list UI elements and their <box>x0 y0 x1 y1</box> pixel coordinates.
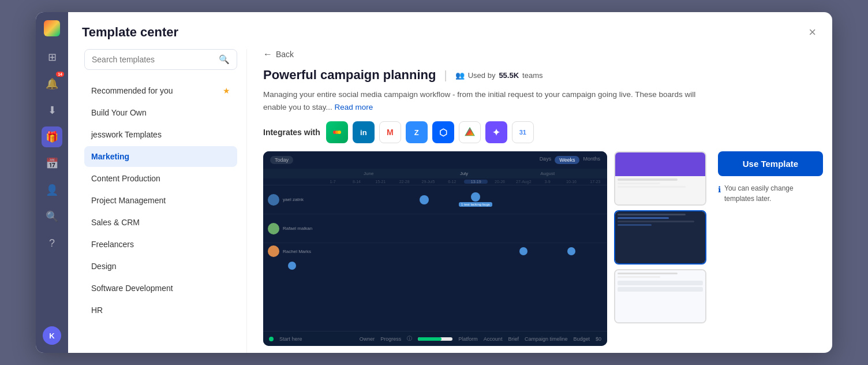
main-area: ← Back Powerful campaign planning | 👥 Us… <box>247 49 832 353</box>
sidebar-item-project[interactable]: Project Management <box>84 190 237 211</box>
back-label: Back <box>276 50 294 59</box>
nav-download-icon[interactable]: ⬇ <box>42 100 62 121</box>
outer-wrapper: ⊞ 🔔 14 ⬇ 🎁 📅 👤 🔍 ? K Template center × <box>0 0 868 365</box>
col-brief: Brief <box>508 336 519 342</box>
app-sidebar: ⊞ 🔔 14 ⬇ 🎁 📅 👤 🔍 ? K <box>36 12 68 353</box>
usage-text: Used by <box>468 71 496 80</box>
sidebar-item-label: Build Your Own <box>91 108 147 117</box>
integration-gmail: M <box>379 121 401 143</box>
gantt-weeks-label: Weeks <box>555 156 579 164</box>
use-template-button[interactable]: Use Template <box>718 151 823 176</box>
name-rachel: Rachel Marks <box>283 249 311 254</box>
name-yael: yael zatnk <box>283 197 304 202</box>
sidebar-item-freelancers[interactable]: Freelancers <box>84 234 237 255</box>
thumbnail-1[interactable] <box>614 151 706 206</box>
preview-section: Today Days Weeks Months name June <box>263 151 823 346</box>
sidebar-item-hr[interactable]: HR <box>84 300 237 321</box>
avatar-rafael <box>268 223 279 234</box>
sidebar-item-label: Recommended for you <box>91 86 173 95</box>
nav-person-icon[interactable]: 👤 <box>42 180 62 200</box>
nav-search-icon[interactable]: 🔍 <box>42 206 62 227</box>
title-divider: | <box>444 69 447 82</box>
sidebar-item-sales[interactable]: Sales & CRM <box>84 212 237 233</box>
star-icon: ★ <box>223 86 230 95</box>
col-platform: Platform <box>458 336 478 342</box>
svg-point-2 <box>338 131 341 134</box>
usage-icon: 👥 <box>455 71 465 80</box>
search-input[interactable] <box>92 55 219 64</box>
sidebar-item-jesswork[interactable]: jesswork Templates <box>84 124 237 145</box>
integrates-row: Integrates with in M Z ⬡ <box>263 121 823 143</box>
read-more-link[interactable]: Read more <box>335 103 373 111</box>
sidebar-item-design[interactable]: Design <box>84 256 237 277</box>
gantt-today-pill: Today <box>270 156 293 164</box>
col-timeline: Campaign timeline <box>525 336 568 342</box>
col-info: ⓘ <box>407 335 412 342</box>
integration-zoom: Z <box>406 121 428 143</box>
sidebar-item-label: jesswork Templates <box>91 130 162 139</box>
thumbnail-3[interactable] <box>614 269 706 323</box>
col-budget-value: $0 <box>596 336 601 342</box>
col-owner: Owner <box>360 336 375 342</box>
col-account: Account <box>484 336 503 342</box>
svg-marker-4 <box>466 128 474 136</box>
integration-custom: ✦ <box>485 121 507 143</box>
col-progress: Progress <box>380 336 401 342</box>
sidebar-item-content[interactable]: Content Production <box>84 168 237 189</box>
sidebar-item-recommended[interactable]: Recommended for you ★ <box>84 80 237 101</box>
avatar-yael <box>268 194 279 206</box>
gantt-months-row: name June July August <box>263 169 607 178</box>
col-budget: Budget <box>573 336 590 342</box>
sidebar-item-label: HR <box>91 306 103 315</box>
back-arrow-icon: ← <box>263 49 272 59</box>
modal-body: 🔍 Recommended for you ★ Build Your Own j… <box>68 41 832 353</box>
main-preview: Today Days Weeks Months name June <box>263 151 607 346</box>
modal-wrapper: ⊞ 🔔 14 ⬇ 🎁 📅 👤 🔍 ? K Template center × <box>36 12 832 353</box>
back-button[interactable]: ← Back <box>263 49 823 59</box>
sidebar-item-marketing[interactable]: Marketing <box>84 146 237 167</box>
sidebar-item-label: Software Development <box>91 284 173 293</box>
template-description: Managing your entire social media campai… <box>263 88 713 113</box>
bell-badge: 14 <box>56 72 64 77</box>
gantt-months-label: Months <box>583 156 600 164</box>
close-button[interactable]: × <box>806 24 818 41</box>
gantt-rows-container: yael zatnk <box>263 185 607 331</box>
nav-grid-icon[interactable]: ⊞ <box>42 47 62 68</box>
user-avatar[interactable]: K <box>43 326 61 345</box>
template-sidebar: 🔍 Recommended for you ★ Build Your Own j… <box>68 49 247 353</box>
nav-gift-icon[interactable]: 🎁 <box>42 126 62 147</box>
integration-gdrive <box>459 121 481 143</box>
thumbnail-2[interactable] <box>614 210 706 265</box>
sidebar-item-software[interactable]: Software Development <box>84 278 237 299</box>
search-icon: 🔍 <box>219 54 230 65</box>
nav-calendar-icon[interactable]: 📅 <box>42 153 62 174</box>
modal-content: Template center × 🔍 Recommended for you … <box>68 12 832 353</box>
integration-icons: in M Z ⬡ ✦ 31 <box>326 121 534 143</box>
nav-bell-icon[interactable]: 🔔 14 <box>42 73 62 94</box>
start-dot <box>269 337 274 341</box>
integrates-label: Integrates with <box>263 128 320 137</box>
integration-calendar: 31 <box>512 121 534 143</box>
usage-suffix: teams <box>522 71 542 80</box>
sidebar-item-label: Content Production <box>91 174 160 183</box>
usage-count: 55.5K <box>499 71 519 80</box>
sidebar-item-build[interactable]: Build Your Own <box>84 102 237 123</box>
avatar-rachel <box>268 245 279 257</box>
change-note: ℹ You can easily change templates later. <box>718 183 823 204</box>
right-action-panel: Use Template ℹ You can easily change tem… <box>713 151 823 346</box>
search-box[interactable]: 🔍 <box>84 49 237 70</box>
gantt-weeks-row: 1-7 8-14 15-21 22-28 29-Jul5 6-12 13-19 … <box>263 178 607 185</box>
template-title: Powerful campaign planning <box>263 68 436 83</box>
app-logo <box>44 20 60 36</box>
template-header: Powerful campaign planning | 👥 Used by 5… <box>263 68 823 83</box>
name-rafael: Rafael malkan <box>283 226 312 231</box>
info-icon: ℹ <box>718 184 721 196</box>
sidebar-item-label: Design <box>91 262 117 271</box>
modal-title: Template center <box>82 25 178 40</box>
template-thumbnails <box>614 151 706 346</box>
nav-question-icon[interactable]: ? <box>42 233 62 254</box>
start-here-label: Start here <box>279 336 302 342</box>
gantt-toolbar: Today Days Weeks Months <box>263 151 607 169</box>
sidebar-item-label: Marketing <box>91 152 129 161</box>
gantt-row-3: Rachel Marks <box>263 243 607 272</box>
